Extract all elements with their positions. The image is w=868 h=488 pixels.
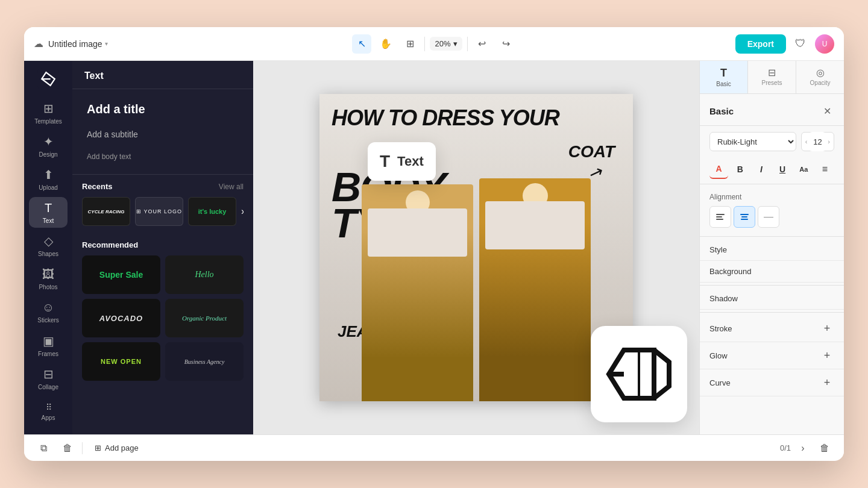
font-size-down[interactable]: ‹ <box>805 138 808 145</box>
sidebar-item-frames[interactable]: ▣ Frames <box>29 330 68 361</box>
svg-rect-3 <box>716 219 723 220</box>
copy-btn[interactable]: ⧉ <box>34 439 53 458</box>
sidebar-label-frames: Frames <box>38 351 58 357</box>
page-counter: 0/1 › 🗑 <box>780 439 834 458</box>
select-tool-btn[interactable]: ↖ <box>352 34 371 54</box>
shield-btn[interactable]: 🛡 <box>791 34 810 54</box>
align-left-btn[interactable] <box>709 206 731 228</box>
stroke-label: Stroke <box>709 324 732 333</box>
model-right <box>479 178 591 401</box>
text-floating-tooltip: T Text <box>368 142 436 181</box>
recent-item-3[interactable]: it's lucky <box>188 197 236 226</box>
recommended-title: Recommended <box>82 240 138 249</box>
align-dash-btn[interactable]: — <box>758 206 779 228</box>
recent-item-1[interactable]: CYCLE RACING <box>82 197 130 226</box>
tab-basic[interactable]: T Basic <box>700 61 748 93</box>
add-title-option[interactable]: Add a title <box>80 96 246 122</box>
canvas-coat-text: COAT <box>568 142 615 161</box>
page-counter-text: 0/1 <box>780 443 791 452</box>
sidebar-item-shapes[interactable]: ◇ Shapes <box>29 230 68 261</box>
file-name-text: Untitled image <box>48 39 102 49</box>
page-next-btn[interactable]: › <box>793 439 813 458</box>
hand-tool-btn[interactable]: ✋ <box>376 34 395 54</box>
font-size-up[interactable]: › <box>828 138 830 145</box>
sidebar: ⊞ Templates ✦ Design ⬆ Upload T Text ◇ S… <box>24 61 72 434</box>
fmt-case-btn[interactable]: Aa <box>794 160 813 179</box>
file-name-dropdown[interactable]: Untitled image ▾ <box>48 39 108 49</box>
background-label: Background <box>709 267 751 276</box>
style-section[interactable]: Style <box>700 239 844 261</box>
sidebar-item-templates[interactable]: ⊞ Templates <box>29 98 68 128</box>
rec-item-5[interactable]: NEW OPEN <box>82 342 160 381</box>
stroke-add-btn[interactable]: + <box>820 321 834 336</box>
fmt-italic-btn[interactable]: I <box>752 160 770 179</box>
fmt-underline-btn[interactable]: U <box>773 160 792 179</box>
props-header: Basic ✕ <box>700 94 844 126</box>
sidebar-item-upload[interactable]: ⬆ Upload <box>29 164 68 195</box>
recent-2-text: ⊞ YOUR LOGO <box>136 208 182 214</box>
sidebar-item-design[interactable]: ✦ Design <box>29 131 68 161</box>
sidebar-item-collage[interactable]: ⊟ Collage <box>29 363 68 394</box>
model-left-shirt <box>368 208 467 257</box>
redo-btn[interactable]: ↪ <box>497 34 516 54</box>
curve-section[interactable]: Curve + <box>700 369 844 396</box>
add-page-btn[interactable]: ⊞ Add page <box>87 440 146 456</box>
delete-btn[interactable]: 🗑 <box>58 439 77 458</box>
app-logo <box>36 68 60 90</box>
font-size-control: ‹ › <box>801 132 834 151</box>
recents-header: Recents View all <box>82 182 244 191</box>
font-select[interactable]: Rubik-Light <box>709 132 796 151</box>
canvas-frame[interactable]: HOW TO DRESS YOUR BODY TYPE COAT ↙ JEANS… <box>319 94 633 401</box>
page-trash-btn[interactable]: 🗑 <box>815 439 834 458</box>
glow-add-btn[interactable]: + <box>820 348 834 363</box>
rec-item-6[interactable]: Business Agency <box>165 342 244 381</box>
recommended-grid: Super Sale Hello AVOCADO Organic Product… <box>82 255 244 381</box>
stroke-section[interactable]: Stroke + <box>700 315 844 342</box>
sidebar-item-apps[interactable]: ⠿ Apps <box>29 396 68 427</box>
toolbar-divider-1 <box>424 37 425 51</box>
rec-item-1[interactable]: Super Sale <box>82 255 160 294</box>
avatar[interactable]: U <box>815 34 834 54</box>
text-options: Add a title Add a subtitle Add body text <box>72 89 253 175</box>
font-size-input[interactable] <box>808 132 826 151</box>
curve-add-btn[interactable]: + <box>820 375 834 390</box>
recent-item-2[interactable]: ⊞ YOUR LOGO <box>135 197 183 226</box>
alignment-buttons: — <box>709 206 834 228</box>
recents-arrow[interactable]: › <box>241 197 244 226</box>
tab-presets[interactable]: ⊟ Presets <box>748 61 796 93</box>
fmt-color-btn[interactable]: A <box>709 160 728 179</box>
zoom-control[interactable]: 20% ▾ <box>430 37 462 51</box>
add-subtitle-option[interactable]: Add a subtitle <box>80 124 246 145</box>
shadow-label: Shadow <box>709 294 738 303</box>
add-body-option[interactable]: Add body text <box>80 146 246 167</box>
recents-title: Recents <box>82 182 113 191</box>
rec-item-2[interactable]: Hello <box>165 255 244 294</box>
view-all-btn[interactable]: View all <box>219 183 244 191</box>
props-close-btn[interactable]: ✕ <box>820 104 834 118</box>
grid-tool-btn[interactable]: ⊞ <box>400 34 420 54</box>
sidebar-item-stickers[interactable]: ☺ Stickers <box>29 296 68 327</box>
canvas-area[interactable]: HOW TO DRESS YOUR BODY TYPE COAT ↙ JEANS… <box>253 61 699 434</box>
recent-1-text: CYCLE RACING <box>88 209 125 214</box>
background-section[interactable]: Background <box>700 261 844 283</box>
topbar-right: Export 🛡 U <box>714 34 834 54</box>
divider-2 <box>700 236 844 237</box>
shadow-section[interactable]: Shadow <box>700 288 844 310</box>
canvas-headline: HOW TO DRESS YOUR <box>332 106 621 130</box>
svg-rect-2 <box>716 216 722 217</box>
rec-item-3[interactable]: AVOCADO <box>82 299 160 337</box>
sidebar-label-photos: Photos <box>39 284 57 290</box>
rec-item-4[interactable]: Organic Product <box>165 299 244 337</box>
templates-icon: ⊞ <box>43 101 54 116</box>
bottom-divider <box>82 442 83 454</box>
fmt-spacing-btn[interactable]: ≡ <box>816 160 834 179</box>
sidebar-item-photos[interactable]: 🖼 Photos <box>29 263 68 294</box>
divider-4 <box>700 312 844 313</box>
glow-section[interactable]: Glow + <box>700 342 844 369</box>
fmt-bold-btn[interactable]: B <box>731 160 749 179</box>
undo-btn[interactable]: ↩ <box>473 34 492 54</box>
sidebar-item-text[interactable]: T Text <box>29 197 68 228</box>
export-button[interactable]: Export <box>735 34 786 54</box>
tab-opacity[interactable]: ◎ Opacity <box>796 61 844 93</box>
align-center-btn[interactable] <box>734 206 755 228</box>
